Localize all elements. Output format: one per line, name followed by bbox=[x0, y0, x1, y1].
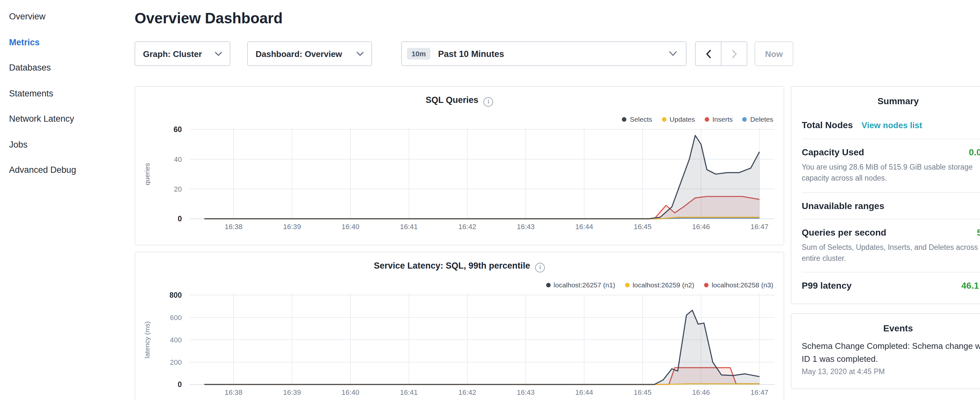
events-title: Events bbox=[802, 323, 980, 333]
svg-text:200: 200 bbox=[170, 358, 182, 367]
sidebar-item-metrics[interactable]: Metrics bbox=[0, 29, 126, 55]
chevron-down-icon bbox=[356, 52, 364, 56]
legend-item: localhost:26258 (n3) bbox=[704, 281, 773, 288]
dashboard-controls: Graph: Cluster Dashboard: Overview 10m P… bbox=[135, 42, 795, 66]
svg-text:16:43: 16:43 bbox=[517, 388, 535, 397]
legend-dot-icon bbox=[625, 282, 629, 287]
queries-per-second-label: Queries per second bbox=[802, 227, 886, 237]
chart-title: Service Latency: SQL, 99th percentile bbox=[374, 261, 530, 271]
capacity-used-value: 0.01% bbox=[969, 147, 980, 157]
right-column: Summary Total Nodes View nodes list 3 Ca… bbox=[791, 86, 980, 389]
chevron-down-icon bbox=[669, 51, 677, 57]
p99-latency-label: P99 latency bbox=[802, 280, 851, 291]
event-text: Schema Change Completed: Schema change w… bbox=[802, 340, 980, 366]
svg-text:16:44: 16:44 bbox=[575, 388, 593, 397]
svg-text:60: 60 bbox=[173, 125, 182, 134]
graph-scope-label: Graph: Cluster bbox=[143, 49, 202, 59]
chart-legend: SelectsUpdatesInsertsDeletes bbox=[622, 115, 773, 123]
time-step-group bbox=[695, 42, 748, 66]
svg-text:16:44: 16:44 bbox=[575, 223, 593, 231]
legend-item: Inserts bbox=[705, 115, 733, 123]
chart-title-row: SQL Queriesi bbox=[135, 87, 784, 107]
service-latency-chart-card: Service Latency: SQL, 99th percentilei l… bbox=[135, 252, 784, 400]
info-icon[interactable]: i bbox=[484, 97, 493, 107]
chevron-right-icon bbox=[732, 50, 737, 58]
summary-row-p99-latency: P99 latency 46.1 ms bbox=[802, 272, 980, 298]
legend-dot-icon bbox=[705, 117, 709, 121]
sidebar-item-advanced-debug[interactable]: Advanced Debug bbox=[0, 157, 126, 183]
chevron-left-icon bbox=[706, 50, 711, 58]
legend-item: Deletes bbox=[743, 115, 773, 123]
dashboard-dropdown[interactable]: Dashboard: Overview bbox=[247, 42, 372, 66]
svg-text:0: 0 bbox=[178, 215, 182, 223]
capacity-used-label: Capacity Used bbox=[802, 147, 864, 157]
svg-text:16:46: 16:46 bbox=[692, 223, 710, 231]
capacity-used-description: You are using 28.6 MiB of 515.9 GiB usab… bbox=[802, 162, 980, 184]
view-nodes-list-link[interactable]: View nodes list bbox=[862, 120, 922, 130]
unavailable-ranges-label: Unavailable ranges bbox=[802, 200, 884, 211]
svg-text:queries: queries bbox=[143, 163, 151, 185]
svg-text:16:42: 16:42 bbox=[458, 223, 476, 231]
legend-dot-icon bbox=[743, 117, 747, 121]
svg-text:16:40: 16:40 bbox=[342, 388, 360, 397]
svg-text:16:43: 16:43 bbox=[517, 223, 535, 231]
svg-text:16:41: 16:41 bbox=[400, 223, 418, 231]
svg-text:16:39: 16:39 bbox=[283, 223, 301, 231]
sql-queries-chart: 020406016:3816:3916:4016:4116:4216:4316:… bbox=[135, 123, 784, 239]
chart-title-row: Service Latency: SQL, 99th percentilei bbox=[135, 252, 784, 272]
page-title: Overview Dashboard bbox=[135, 10, 795, 27]
info-icon[interactable]: i bbox=[535, 263, 545, 272]
svg-text:400: 400 bbox=[170, 336, 182, 344]
legend-item: localhost:26257 (n1) bbox=[546, 281, 615, 288]
event-timestamp: May 13, 2020 at 4:45 PM bbox=[802, 368, 980, 376]
svg-text:0: 0 bbox=[178, 380, 182, 389]
sidebar-item-jobs[interactable]: Jobs bbox=[0, 132, 126, 157]
queries-per-second-value: 59.7 bbox=[977, 227, 980, 237]
graph-scope-dropdown[interactable]: Graph: Cluster bbox=[135, 42, 231, 66]
summary-row-capacity-used: Capacity Used 0.01% You are using 28.6 M… bbox=[802, 139, 980, 192]
svg-text:16:38: 16:38 bbox=[224, 223, 242, 231]
dashboard-label: Dashboard: Overview bbox=[256, 49, 342, 59]
sidebar-item-databases[interactable]: Databases bbox=[0, 55, 126, 81]
chevron-down-icon bbox=[215, 52, 222, 56]
svg-text:16:47: 16:47 bbox=[751, 223, 768, 231]
time-range-dropdown[interactable]: 10m Past 10 Minutes bbox=[401, 42, 687, 66]
now-button[interactable]: Now bbox=[754, 42, 793, 66]
legend-dot-icon bbox=[622, 117, 627, 121]
svg-text:16:45: 16:45 bbox=[634, 223, 652, 231]
metrics-page: Overview Metrics Databases Statements Ne… bbox=[0, 0, 980, 400]
summary-title: Summary bbox=[802, 96, 980, 106]
legend-dot-icon bbox=[704, 282, 708, 287]
svg-text:16:38: 16:38 bbox=[224, 388, 242, 397]
svg-text:16:46: 16:46 bbox=[692, 388, 710, 397]
svg-text:16:42: 16:42 bbox=[458, 388, 476, 397]
legend-item: Updates bbox=[662, 115, 695, 123]
svg-text:40: 40 bbox=[174, 155, 182, 163]
time-step-forward-button[interactable] bbox=[721, 42, 748, 66]
svg-text:16:40: 16:40 bbox=[342, 223, 360, 231]
legend-item: Selects bbox=[622, 115, 652, 123]
svg-text:800: 800 bbox=[170, 291, 182, 300]
svg-text:latency (ms): latency (ms) bbox=[143, 321, 151, 358]
time-step-back-button[interactable] bbox=[695, 42, 721, 66]
time-range-label: Past 10 Minutes bbox=[438, 49, 669, 59]
sidebar: Overview Metrics Databases Statements Ne… bbox=[0, 0, 126, 400]
chart-legend: localhost:26257 (n1)localhost:26259 (n2)… bbox=[546, 281, 773, 288]
legend-item: localhost:26259 (n2) bbox=[625, 281, 694, 288]
service-latency-chart: 020040060080016:3816:3916:4016:4116:4216… bbox=[135, 288, 784, 400]
sidebar-item-statements[interactable]: Statements bbox=[0, 81, 126, 106]
svg-text:16:41: 16:41 bbox=[400, 388, 418, 397]
svg-text:16:47: 16:47 bbox=[751, 388, 768, 397]
chart-title: SQL Queries bbox=[425, 95, 478, 105]
event-item[interactable]: Schema Change Completed: Schema change w… bbox=[802, 340, 980, 376]
sidebar-item-network-latency[interactable]: Network Latency bbox=[0, 106, 126, 132]
sql-queries-chart-card: SQL Queriesi SelectsUpdatesInsertsDelete… bbox=[135, 86, 784, 245]
events-panel: Events Schema Change Completed: Schema c… bbox=[791, 313, 980, 389]
summary-row-queries-per-second: Queries per second 59.7 Sum of Selects, … bbox=[802, 218, 980, 272]
time-range-badge: 10m bbox=[407, 48, 430, 60]
sidebar-item-overview[interactable]: Overview bbox=[0, 4, 126, 29]
svg-text:16:45: 16:45 bbox=[634, 388, 652, 397]
summary-panel: Summary Total Nodes View nodes list 3 Ca… bbox=[791, 86, 980, 304]
svg-text:600: 600 bbox=[170, 314, 182, 322]
queries-per-second-description: Sum of Selects, Updates, Inserts, and De… bbox=[802, 242, 980, 264]
